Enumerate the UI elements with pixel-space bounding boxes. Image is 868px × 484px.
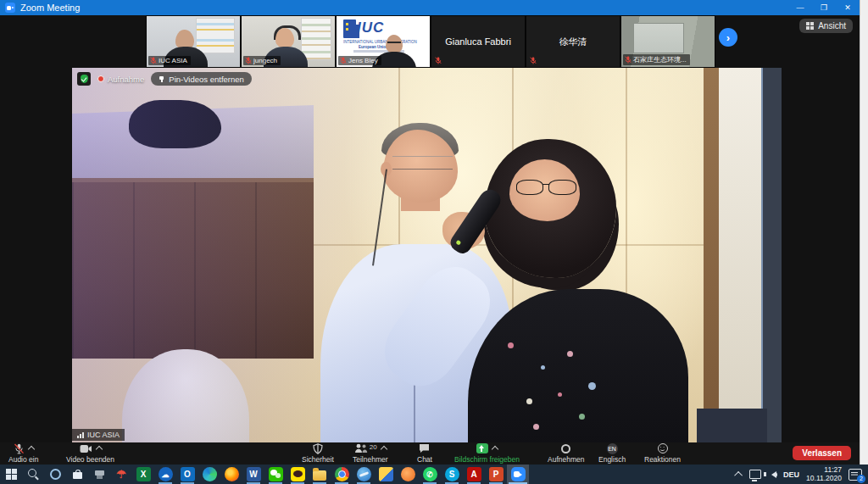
maximize-button[interactable]: ❐ xyxy=(812,0,836,15)
store-icon[interactable] xyxy=(66,465,88,484)
video-tile-shijiazhuang[interactable]: 石家庄生态环境... xyxy=(620,15,715,68)
outlook-icon[interactable]: O xyxy=(176,465,198,484)
clock[interactable]: 11:27 10.11.2020 xyxy=(806,466,842,483)
search-icon[interactable] xyxy=(22,465,44,484)
close-button[interactable]: ✕ xyxy=(836,0,860,15)
reactions-label: Reaktionen xyxy=(644,455,681,464)
muted-mic-icon xyxy=(150,57,157,64)
zoom-toolbar: Audio ein Video beenden Sicherheit 20 Te… xyxy=(0,442,860,465)
meeting-window: Ansicht IUC ASIA jungech IUC xyxy=(0,15,860,465)
participants-button[interactable]: 20 Teilnehmer xyxy=(353,443,388,464)
acrobat-icon[interactable]: A xyxy=(463,465,485,484)
word-icon[interactable]: W xyxy=(242,465,264,484)
interpretation-label: Englisch xyxy=(598,455,626,464)
antivirus-umbrella-icon[interactable]: ☂ xyxy=(110,465,132,484)
audio-options-chevron[interactable] xyxy=(27,446,34,453)
name-tile-gianluca-fabbri[interactable]: Gianluca Fabbri xyxy=(431,15,526,68)
cortana-icon[interactable] xyxy=(44,465,66,484)
tile-name-label: IUC ASIA xyxy=(148,56,191,65)
tile-name-label: jungech xyxy=(243,56,281,65)
participants-label: Teilnehmer xyxy=(353,455,388,464)
iuc-logo-line2: European Union xyxy=(359,45,388,49)
minimize-button[interactable]: — xyxy=(788,0,812,15)
network-icon[interactable] xyxy=(749,470,761,479)
internet-glyph xyxy=(401,467,415,481)
wechat-icon[interactable] xyxy=(264,465,287,484)
record-icon xyxy=(561,444,570,453)
participants-options-chevron[interactable] xyxy=(380,446,387,453)
view-menu-button[interactable]: Ansicht xyxy=(799,19,853,33)
video-tile-jungech[interactable]: jungech xyxy=(241,15,336,68)
share-screen-label: Bildschirm freigeben xyxy=(454,455,520,464)
woman-glasses-bridge xyxy=(542,184,549,185)
word-glyph: W xyxy=(247,467,261,481)
skype-glyph: S xyxy=(445,467,459,481)
reactions-button[interactable]: Reaktionen xyxy=(644,443,681,464)
muted-mic-icon xyxy=(14,443,25,454)
speaker-man-glasses xyxy=(392,156,452,170)
keyboard-language[interactable]: DEU xyxy=(783,470,799,479)
view-menu-label: Ansicht xyxy=(818,21,846,31)
interpretation-button[interactable]: EN Englisch xyxy=(598,443,626,464)
internet-icon[interactable] xyxy=(397,465,419,484)
whatsapp-icon[interactable]: ✆ xyxy=(419,465,441,484)
powerpoint-icon[interactable]: P xyxy=(485,465,507,484)
pin-icon xyxy=(159,76,164,82)
wall-poster xyxy=(301,18,331,60)
video-button[interactable]: Video beenden xyxy=(66,443,114,464)
firefox-icon[interactable] xyxy=(220,465,242,484)
edge-icon[interactable] xyxy=(198,465,220,484)
tray-expand-chevron-icon[interactable] xyxy=(734,471,743,480)
muted-mic-icon xyxy=(530,57,537,64)
start-icon[interactable] xyxy=(0,465,22,484)
muted-mic-icon xyxy=(435,57,442,64)
participant-name: IUC ASIA xyxy=(159,57,187,64)
printer-glyph xyxy=(92,467,107,481)
kakaotalk-icon[interactable] xyxy=(287,465,309,484)
share-screen-button[interactable]: Bildschirm freigeben xyxy=(454,443,520,464)
contacts-icon[interactable] xyxy=(375,465,397,484)
skype-icon[interactable]: S xyxy=(441,465,463,484)
iuc-building-glyph xyxy=(343,19,356,38)
security-button[interactable]: Sicherheit xyxy=(302,443,334,464)
chrome-icon[interactable] xyxy=(331,465,353,484)
chat-button[interactable]: Chat xyxy=(417,443,432,464)
next-page-arrow-button[interactable]: › xyxy=(719,28,737,47)
video-button-label: Video beenden xyxy=(66,455,114,464)
camera-icon xyxy=(80,444,92,453)
participant-name: 石家庄生态环境... xyxy=(633,55,687,64)
speaker-name: IUC ASIA xyxy=(87,431,120,439)
zoom-icon[interactable] xyxy=(507,465,529,484)
name-tile-xuhuaqing[interactable]: 徐华清 xyxy=(526,15,620,68)
unpin-video-button[interactable]: Pin-Videos entfernen xyxy=(151,72,252,86)
remote-globe-icon[interactable] xyxy=(353,465,375,484)
record-button[interactable]: Aufnehmen xyxy=(548,443,584,464)
woman-glasses xyxy=(548,180,576,195)
recording-indicator: Aufnahme xyxy=(97,75,144,84)
file-explorer-icon[interactable] xyxy=(309,465,331,484)
file-explorer-glyph xyxy=(313,470,326,481)
participant-head xyxy=(275,28,294,48)
excel-icon[interactable]: X xyxy=(132,465,154,484)
leave-meeting-button[interactable]: Verlassen xyxy=(793,446,851,460)
video-tile-iuc-asia[interactable]: IUC ASIA xyxy=(146,15,241,68)
active-speaker-label: IUC ASIA xyxy=(72,429,125,441)
video-tile-jens-bley[interactable]: IUC INTERNATIONAL URBAN COOPERATION Euro… xyxy=(336,15,431,68)
participant-name: jungech xyxy=(253,57,277,64)
speaker-icon[interactable] xyxy=(771,471,776,478)
firefox-glyph xyxy=(225,467,239,481)
printer-icon[interactable] xyxy=(88,465,110,484)
video-options-chevron[interactable] xyxy=(95,446,102,453)
cloud-glyph: ☁ xyxy=(159,467,173,481)
share-options-chevron[interactable] xyxy=(492,446,498,453)
light-column xyxy=(719,68,763,442)
table-corner xyxy=(697,409,768,442)
security-shield-badge[interactable] xyxy=(77,72,91,86)
action-center-icon[interactable]: 2 xyxy=(849,469,862,481)
windows-taskbar: ☂X☁OW✆SAP DEU 11:27 10.11.2020 2 xyxy=(0,465,868,484)
remote-globe-glyph xyxy=(357,467,371,481)
audio-button[interactable]: Audio ein xyxy=(8,443,38,464)
start-glyph xyxy=(6,469,17,480)
cloud-icon[interactable]: ☁ xyxy=(154,465,176,484)
participants-count: 20 xyxy=(370,443,377,451)
